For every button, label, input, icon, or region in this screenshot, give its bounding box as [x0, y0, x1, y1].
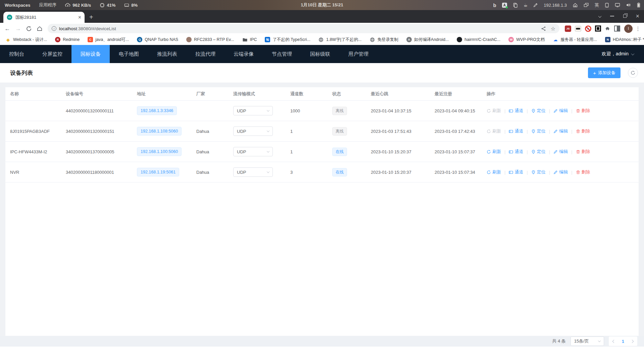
channel-action[interactable]: 通道 [509, 128, 523, 134]
back-icon[interactable]: ← [3, 26, 11, 32]
bookmark-item[interactable]: 免登录复制 [369, 37, 398, 43]
refresh-action[interactable]: 刷新 [487, 169, 501, 175]
nav-item-5[interactable]: 拉流代理 [186, 45, 225, 63]
nav-item-8[interactable]: 国标级联 [301, 45, 339, 63]
tab-search-chevron-icon[interactable] [599, 13, 601, 19]
locate-action[interactable]: 定位 [531, 149, 546, 155]
bookmark-item[interactable]: ◆ Webstack - 设计... [5, 37, 47, 43]
display-icon[interactable] [615, 3, 620, 7]
bookmark-item[interactable]: Q QNAP Turbo NAS [137, 37, 178, 42]
stream-mode-select[interactable]: UDP [233, 106, 273, 115]
stream-mode-select[interactable]: UDP [233, 167, 273, 177]
phone-link-icon[interactable] [605, 3, 609, 8]
minimize-button[interactable] [610, 16, 614, 16]
extensions-puzzle-icon[interactable] [605, 26, 610, 32]
address-bar[interactable]: i localhost:38080/#/deviceList ☆ [48, 24, 559, 33]
input-method-indicator[interactable]: 英 [595, 2, 599, 8]
bookmark-item[interactable]: IPC [242, 37, 257, 42]
locate-action[interactable]: 定位 [531, 128, 546, 134]
browser-menu-icon[interactable]: ⋮ [635, 25, 641, 32]
bookmark-item[interactable]: 知 了不起的 TypeScri... [265, 37, 310, 43]
js-extension-icon[interactable]: JS [565, 25, 571, 32]
edit-action[interactable]: 编辑 [553, 128, 568, 134]
square-extension-icon[interactable] [595, 25, 601, 32]
color-picker-icon[interactable] [533, 3, 538, 7]
bookmark-item[interactable]: ☁ 服务器 - 轻量应用... [553, 37, 597, 43]
channel-action[interactable]: 通道 [509, 149, 523, 155]
address-tag[interactable]: 192.168.1.100:5060 [137, 147, 182, 156]
bookmark-item[interactable]: W WVP-PRO文档 [508, 37, 545, 43]
share-icon[interactable] [541, 26, 546, 31]
workspaces-button[interactable]: Workspaces [5, 3, 30, 8]
channel-action[interactable]: 通道 [509, 108, 523, 114]
prev-page-icon[interactable] [612, 340, 615, 343]
nav-item-4[interactable]: 推流列表 [148, 45, 186, 63]
stream-mode-select[interactable]: UDP [233, 147, 273, 156]
bookmark-star-icon[interactable]: ☆ [551, 25, 555, 32]
home-button-icon[interactable] [36, 26, 44, 32]
window-stack-icon[interactable] [584, 3, 589, 7]
coffee-icon[interactable]: ☕ [524, 3, 528, 7]
side-panel-icon[interactable] [614, 25, 620, 32]
delete-action[interactable]: 删除 [576, 108, 590, 114]
battery-icon[interactable] [637, 2, 641, 8]
bookmark-item[interactable]: R Redmine [55, 37, 80, 42]
bing-logo-icon[interactable]: b [493, 3, 496, 8]
delete-action[interactable]: 删除 [576, 169, 590, 175]
bookmark-item[interactable]: N HDAtmos::种子 *... [605, 37, 644, 43]
page-size-select[interactable]: 15条/页 [571, 337, 604, 346]
address-tag[interactable]: 192.168.1.108:5060 [137, 127, 182, 136]
close-button[interactable]: × [636, 14, 639, 18]
tab-close-icon[interactable]: × [78, 15, 81, 20]
browser-tab[interactable]: 国标28181 × [3, 12, 85, 23]
nav-item-6[interactable]: 云端录像 [225, 45, 263, 63]
edit-action[interactable]: 编辑 [553, 149, 568, 155]
nav-item-2[interactable]: 国标设备 [71, 45, 110, 63]
address-tag[interactable]: 192.168.1.3:3346 [137, 106, 177, 115]
new-tab-button[interactable]: + [89, 14, 93, 20]
reload-icon[interactable] [25, 26, 33, 32]
stream-mode-select[interactable]: UDP [233, 126, 273, 136]
translate-icon[interactable]: A [502, 3, 507, 8]
profile-avatar[interactable]: I [624, 24, 633, 33]
forward-icon[interactable]: → [14, 26, 22, 32]
bookmark-item[interactable]: 1.8W字|了不起的... [318, 37, 361, 43]
mask-extension-icon[interactable] [575, 26, 581, 32]
home-icon[interactable] [573, 3, 578, 8]
locate-action[interactable]: 定位 [531, 169, 546, 175]
edit-action[interactable]: 编辑 [553, 169, 568, 175]
refresh-action[interactable]: 刷新 [487, 149, 501, 155]
nav-item-0[interactable]: 控制台 [0, 45, 33, 63]
blocker-extension-icon[interactable] [585, 25, 591, 32]
user-menu[interactable]: 欢迎，admin [602, 51, 634, 57]
locate-action[interactable]: 定位 [531, 108, 546, 114]
bookmark-item[interactable]: RFC2833 – RTP Ev... [186, 37, 234, 42]
nav-item-3[interactable]: 电子地图 [110, 45, 148, 63]
applications-button[interactable]: 应用程序 [39, 2, 56, 8]
edit-action[interactable]: 编辑 [553, 108, 568, 114]
add-device-button[interactable]: + 添加设备 [588, 67, 621, 78]
nav-item-7[interactable]: 节点管理 [263, 45, 301, 63]
clock[interactable]: 1月10日 星期二 15∶21 [301, 2, 343, 8]
refresh-action[interactable]: 刷新 [487, 108, 501, 114]
bookmark-item[interactable]: A 如何编译Android... [406, 37, 449, 43]
clipboard-icon[interactable] [513, 3, 518, 8]
next-page-icon[interactable] [631, 340, 634, 343]
volume-icon[interactable] [626, 3, 631, 7]
address-tag[interactable]: 192.168.1.19:5061 [137, 168, 179, 176]
url-text[interactable]: localhost:38080/#/deviceList [59, 26, 538, 31]
table-body: 44020000013200000111 192.168.1.3:3346 UD… [5, 101, 639, 183]
current-page[interactable]: 1 [622, 339, 624, 344]
delete-action[interactable]: 删除 [576, 128, 590, 134]
nav-item-1[interactable]: 分屏监控 [33, 45, 71, 63]
site-info-icon[interactable]: i [52, 26, 56, 31]
bookmark-item[interactable]: hairrrrr/C-CrashC... [457, 37, 500, 42]
delete-action[interactable]: 删除 [576, 149, 590, 155]
refresh-list-button[interactable] [628, 68, 638, 78]
bookmark-item[interactable]: C java、android可... [88, 37, 129, 43]
nav-item-9[interactable]: 用户管理 [339, 45, 378, 63]
restore-button[interactable] [623, 14, 627, 18]
refresh-action[interactable]: 刷新 [487, 128, 501, 134]
channel-action[interactable]: 通道 [509, 169, 523, 175]
ip-address[interactable]: 192.168.1.3 [544, 3, 567, 8]
